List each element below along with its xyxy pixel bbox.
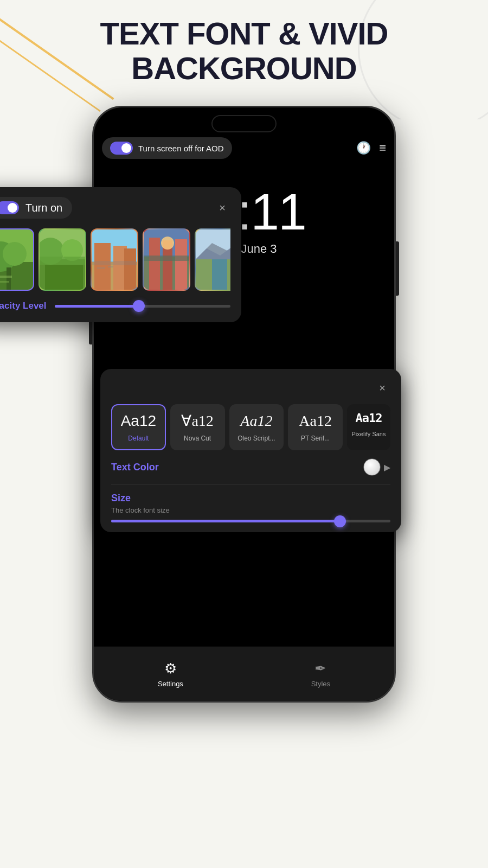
turn-on-panel-close[interactable]: × [214, 200, 230, 216]
font-oleo-label: Oleo Script... [237, 435, 275, 442]
gallery-item-1[interactable] [0, 228, 34, 291]
page-title: TEXT FONT & VIVID BACKGROUND [0, 16, 488, 86]
size-label: Size [111, 493, 131, 504]
clock-icon[interactable]: 🕐 [356, 141, 371, 155]
size-slider-thumb[interactable] [334, 515, 346, 527]
font-item-pt-serif[interactable]: Aa12 PT Serif... [288, 404, 343, 450]
font-item-pixelify[interactable]: Aa12 Pixelify Sans [347, 404, 390, 450]
opacity-section: Opacity Level [0, 301, 230, 311]
turn-on-toggle-area[interactable]: Turn on [0, 197, 72, 219]
gallery-item-3[interactable] [91, 228, 138, 291]
font-nova-cut-label: Nova Cut [184, 435, 211, 442]
svg-rect-18 [92, 261, 138, 265]
styles-label: Styles [311, 680, 330, 688]
phone-button-power [396, 241, 399, 296]
text-color-label: Text Color [111, 462, 159, 473]
color-preview-area: ▶ [363, 458, 390, 476]
turn-on-toggle[interactable] [0, 201, 19, 214]
phone-bottombar: ⚙ Settings ✒ Styles [94, 647, 394, 701]
svg-point-3 [3, 242, 27, 266]
size-sublabel: The clock font size [111, 506, 390, 514]
opacity-slider[interactable] [55, 305, 230, 308]
aod-toggle[interactable] [110, 142, 133, 155]
filter-icon[interactable]: ≡ [379, 141, 386, 155]
gallery-item-4[interactable] [143, 228, 190, 291]
text-color-section[interactable]: Text Color ▶ [111, 450, 390, 484]
size-header: Size [111, 493, 390, 504]
turn-on-label: Turn on [25, 202, 62, 214]
svg-rect-11 [45, 265, 83, 291]
font-pixelify-label: Pixelify Sans [352, 431, 386, 437]
svg-rect-17 [124, 248, 136, 291]
font-oleo-preview: Aa12 [235, 413, 279, 429]
size-slider[interactable] [111, 520, 390, 522]
size-slider-fill [111, 520, 340, 522]
svg-point-27 [161, 237, 174, 250]
dynamic-island [211, 115, 277, 132]
svg-rect-4 [7, 267, 11, 291]
font-default-label: Default [128, 435, 149, 442]
opacity-label: Opacity Level [0, 301, 47, 311]
settings-icon: ⚙ [164, 660, 177, 677]
font-panel-close[interactable]: × [374, 380, 390, 396]
gallery-item-2[interactable] [38, 228, 86, 291]
size-section: Size The clock font size [111, 484, 390, 532]
svg-rect-12 [40, 257, 86, 265]
svg-rect-5 [0, 276, 12, 278]
gallery-item-5[interactable] [195, 228, 230, 291]
settings-button[interactable]: ⚙ Settings [158, 660, 183, 688]
chevron-right-icon: ▶ [384, 462, 390, 473]
font-default-preview: Aa12 [117, 413, 160, 429]
svg-rect-25 [175, 239, 187, 291]
aod-label: Turn screen off for AOD [138, 144, 224, 153]
font-nova-cut-preview: ꓯa12 [176, 413, 220, 429]
background-gallery [0, 228, 230, 291]
svg-rect-32 [212, 259, 227, 291]
opacity-slider-thumb[interactable] [133, 300, 145, 312]
aod-toggle-container[interactable]: Turn screen off for AOD [102, 137, 232, 159]
styles-icon: ✒ [314, 660, 326, 677]
color-circle [363, 458, 381, 476]
turn-on-panel-header: Turn on × [0, 197, 230, 219]
svg-rect-20 [108, 266, 113, 267]
font-panel-header: × [111, 380, 390, 396]
font-panel: × Aa12 Default ꓯa12 Nova Cut Aa12 Oleo S… [100, 369, 401, 532]
settings-label: Settings [158, 680, 183, 688]
header-section: TEXT FONT & VIVID BACKGROUND [0, 16, 488, 86]
svg-rect-23 [149, 238, 160, 291]
font-pt-serif-label: PT Serif... [301, 435, 330, 442]
font-grid: Aa12 Default ꓯa12 Nova Cut Aa12 Oleo Scr… [111, 404, 390, 450]
font-pt-serif-preview: Aa12 [293, 413, 337, 429]
svg-rect-19 [97, 267, 105, 269]
font-pixelify-preview: Aa12 [351, 412, 386, 424]
font-item-nova-cut[interactable]: ꓯa12 Nova Cut [170, 404, 225, 450]
svg-rect-6 [0, 281, 9, 283]
topbar-icons: 🕐 ≡ [356, 141, 386, 155]
opacity-slider-fill [55, 305, 139, 308]
turn-on-panel: Turn on × [0, 187, 241, 322]
font-item-default[interactable]: Aa12 Default [111, 404, 166, 450]
phone-topbar: Turn screen off for AOD 🕐 ≡ [102, 137, 386, 159]
font-item-oleo[interactable]: Aa12 Oleo Script... [229, 404, 284, 450]
svg-rect-26 [144, 256, 190, 261]
styles-button[interactable]: ✒ Styles [311, 660, 330, 688]
